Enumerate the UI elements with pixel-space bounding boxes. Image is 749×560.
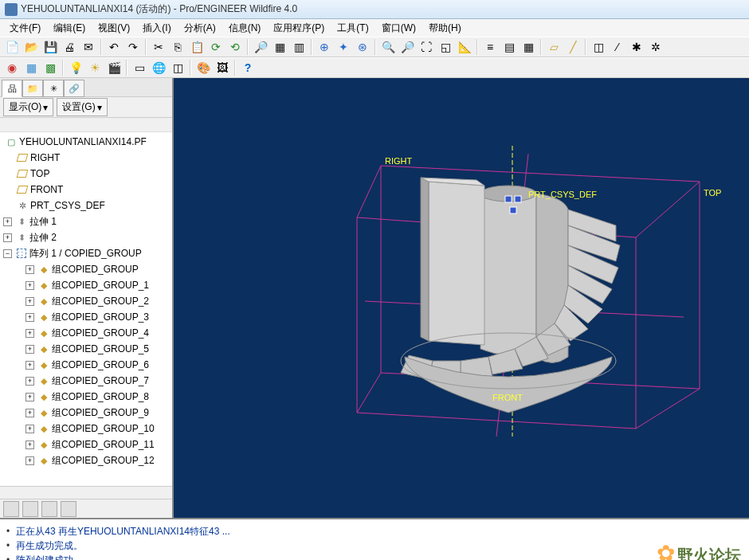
scrollbar-horizontal[interactable]	[0, 486, 172, 499]
perspective-icon[interactable]: ▭	[131, 59, 148, 76]
undo-icon[interactable]: ↶	[105, 38, 123, 56]
menu-edit[interactable]: 编辑(E)	[47, 20, 92, 37]
regen-icon[interactable]: ⟳	[207, 38, 225, 56]
zoomin-icon[interactable]: 🔍	[379, 38, 397, 56]
sb-btn-4[interactable]	[61, 501, 76, 517]
tree-plane-top[interactable]: TOP	[0, 166, 172, 182]
model-tree[interactable]: ▢ YEHUOLUNTANLIANXI14.PF RIGHT TOP FRONT…	[0, 132, 172, 486]
tree-pattern[interactable]: − ∷ 阵列 1 / COPIED_GROUP	[0, 245, 172, 261]
material-icon[interactable]: ◉	[3, 59, 21, 76]
expander-icon[interactable]: +	[25, 313, 34, 322]
saved-view-icon[interactable]: 📐	[456, 38, 473, 56]
scene-icon[interactable]: 🎬	[105, 59, 123, 76]
menu-info[interactable]: 信息(N)	[222, 20, 268, 37]
tree-group[interactable]: +◆组COPIED_GROUP_3	[0, 309, 172, 325]
expander-icon[interactable]: +	[25, 361, 34, 370]
fit-icon[interactable]: ⛶	[418, 38, 435, 56]
light-icon[interactable]: 💡	[67, 59, 84, 76]
tab-fav-icon[interactable]: ✳	[43, 80, 64, 97]
menu-view[interactable]: 视图(V)	[92, 20, 136, 37]
expander-icon[interactable]: +	[25, 441, 34, 449]
disp-point-icon[interactable]: ✱	[628, 38, 645, 56]
expander-icon[interactable]: +	[25, 281, 34, 290]
expander-icon[interactable]: +	[25, 409, 34, 417]
datum-axis-icon[interactable]: ╱	[564, 38, 582, 56]
disp-csys-icon[interactable]: ✲	[647, 38, 665, 56]
sb-btn-2[interactable]	[22, 501, 38, 517]
expander-icon[interactable]: +	[25, 425, 34, 433]
orient-icon[interactable]: ◱	[437, 38, 454, 56]
tree-group[interactable]: +◆组COPIED_GROUP_1	[0, 277, 172, 293]
disp-axis-icon[interactable]: ∕	[609, 38, 626, 56]
tree-group[interactable]: +◆组COPIED_GROUP_11	[0, 437, 172, 452]
room-icon[interactable]: ◫	[169, 59, 186, 76]
disp-plane-icon[interactable]: ◫	[590, 38, 607, 56]
menu-help[interactable]: 帮助(H)	[422, 20, 468, 37]
light2-icon[interactable]: ☀	[86, 59, 104, 76]
paste-icon[interactable]: 📋	[188, 38, 206, 56]
regen2-icon[interactable]: ⟲	[226, 38, 244, 56]
menu-tools[interactable]: 工具(T)	[331, 20, 374, 37]
cut-icon[interactable]: ✂	[150, 38, 167, 56]
tree-group[interactable]: +◆组COPIED_GROUP_4	[0, 325, 172, 341]
select2-icon[interactable]: ▥	[290, 38, 308, 56]
tree-group[interactable]: +◆组COPIED_GROUP_10	[0, 421, 172, 437]
help-icon[interactable]: ?	[239, 59, 257, 76]
sb-btn-1[interactable]	[3, 501, 19, 517]
layer-icon[interactable]: ≡	[481, 38, 499, 56]
expander-icon[interactable]: +	[3, 217, 12, 226]
expander-icon[interactable]: +	[25, 377, 34, 386]
save-icon[interactable]: 💾	[41, 38, 59, 56]
tree-group[interactable]: +◆组COPIED_GROUP_9	[0, 405, 172, 421]
mail-icon[interactable]: ✉	[80, 38, 97, 56]
select-icon[interactable]: ▦	[271, 38, 288, 56]
tree-csys[interactable]: ✲ PRT_CSYS_DEF	[0, 198, 172, 213]
menu-app[interactable]: 应用程序(P)	[267, 20, 331, 37]
chip-icon[interactable]: ▩	[41, 59, 59, 76]
zoom-icon[interactable]: ⊛	[354, 38, 371, 56]
layer2-icon[interactable]: ▤	[500, 38, 518, 56]
render-final-icon[interactable]: 🖼	[214, 59, 231, 76]
tree-group[interactable]: +◆组COPIED_GROUP_6	[0, 357, 172, 373]
expander-icon[interactable]: +	[25, 456, 34, 465]
tree-group[interactable]: +◆组COPIED_GROUP_7	[0, 373, 172, 389]
tab-tree-icon[interactable]: 品	[2, 80, 22, 97]
datum-plane-icon[interactable]: ▱	[545, 38, 563, 56]
tree-extrude-2[interactable]: + ⬍ 拉伸 2	[0, 229, 172, 245]
3d-viewport[interactable]: RIGHT TOP FRONT PRT_CSYS_DEF	[174, 78, 749, 518]
copy-icon[interactable]: ⎘	[169, 38, 186, 56]
tree-group[interactable]: +◆组COPIED_GROUP_5	[0, 341, 172, 357]
print-icon[interactable]: 🖨	[61, 38, 78, 56]
expander-icon[interactable]: +	[25, 329, 34, 338]
menu-file[interactable]: 文件(F)	[3, 20, 47, 37]
tab-folder-icon[interactable]: 📁	[22, 80, 43, 97]
find-icon[interactable]: 🔎	[252, 38, 269, 56]
settings-button[interactable]: 设置(G)▾	[57, 98, 107, 116]
menu-analysis[interactable]: 分析(A)	[178, 20, 222, 37]
open-icon[interactable]: 📂	[22, 38, 40, 56]
env-icon[interactable]: 🌐	[150, 59, 167, 76]
tree-group[interactable]: +◆组COPIED_GROUP_8	[0, 389, 172, 405]
menu-window[interactable]: 窗口(W)	[375, 20, 422, 37]
show-button[interactable]: 显示(O)▾	[3, 98, 53, 116]
view-mgr-icon[interactable]: ▦	[520, 38, 537, 56]
pan-icon[interactable]: ✦	[335, 38, 352, 56]
tree-extrude-1[interactable]: + ⬍ 拉伸 1	[0, 213, 172, 229]
tree-group[interactable]: +◆组COPIED_GROUP_12	[0, 452, 172, 468]
expander-icon[interactable]: −	[3, 249, 12, 258]
menu-insert[interactable]: 插入(I)	[136, 20, 177, 37]
tree-plane-right[interactable]: RIGHT	[0, 150, 172, 166]
render-setup-icon[interactable]: 🎨	[194, 59, 212, 76]
tree-plane-front[interactable]: FRONT	[0, 182, 172, 198]
expander-icon[interactable]: +	[25, 265, 34, 274]
render-icon[interactable]: ▦	[22, 59, 40, 76]
expander-icon[interactable]: +	[25, 345, 34, 354]
tree-root[interactable]: ▢ YEHUOLUNTANLIANXI14.PF	[0, 134, 172, 150]
zoomout-icon[interactable]: 🔎	[398, 38, 416, 56]
tree-group[interactable]: +◆组COPIED_GROUP	[0, 261, 172, 277]
redo-icon[interactable]: ↷	[124, 38, 142, 56]
spin-icon[interactable]: ⊕	[316, 38, 333, 56]
expander-icon[interactable]: +	[3, 233, 12, 242]
tree-group[interactable]: +◆组COPIED_GROUP_2	[0, 293, 172, 309]
expander-icon[interactable]: +	[25, 393, 34, 401]
